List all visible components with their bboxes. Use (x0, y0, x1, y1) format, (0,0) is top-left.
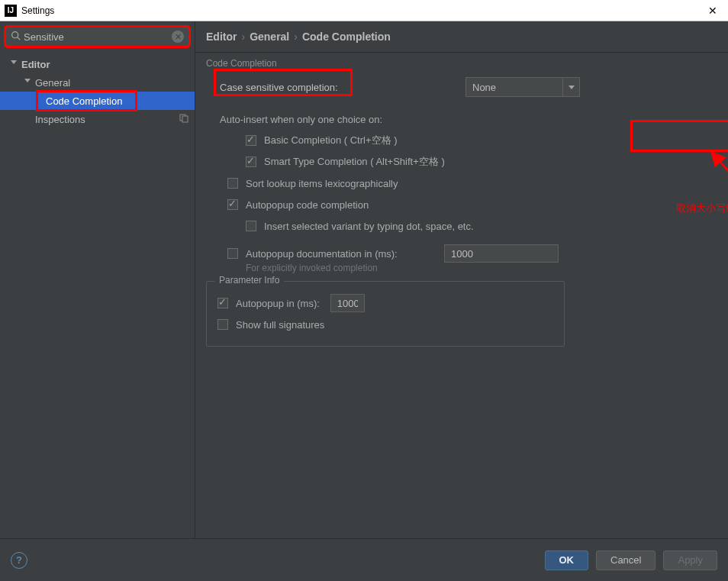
checkbox-insert-variant[interactable] (246, 221, 256, 231)
breadcrumb: Editor › General › Code Completion (195, 21, 728, 52)
sidebar: ✕ Editor General Code Completion Inspect… (0, 21, 195, 538)
cancel-button[interactable]: Cancel (596, 550, 656, 570)
checkbox-label: Basic Completion ( Ctrl+空格 ) (264, 134, 397, 147)
chevron-down-icon (562, 78, 579, 96)
doc-delay-input[interactable] (444, 244, 559, 263)
checkbox-label: Autopopup in (ms): (236, 298, 320, 309)
tree-label: Editor (21, 59, 188, 70)
svg-line-1 (18, 37, 20, 40)
group-title: Code Completion (206, 57, 717, 69)
settings-tree: Editor General Code Completion Inspectio… (0, 52, 195, 128)
search-icon (11, 31, 21, 43)
button-label: OK (559, 554, 575, 566)
close-icon[interactable]: ✕ (702, 5, 723, 17)
annotation-text: 取消大小写敏感,让代码提示更丰富齐全. (676, 202, 728, 215)
button-label: Apply (678, 554, 703, 566)
checkbox-basic-completion[interactable] (246, 135, 256, 146)
window-title: Settings (21, 5, 702, 16)
breadcrumb-item[interactable]: Editor (206, 31, 237, 43)
svg-line-5 (718, 160, 728, 202)
checkbox-smart-completion[interactable] (246, 157, 256, 167)
main-pane: Editor › General › Code Completion Code … (195, 21, 728, 538)
checkbox-label: Sort lookup items lexicographically (246, 178, 398, 189)
checkbox-label: Show full signatures (236, 319, 324, 331)
checkbox-full-signatures[interactable] (217, 319, 228, 330)
checkbox-label: Smart Type Completion ( Alt+Shift+空格 ) (264, 155, 445, 169)
hint-text: For explicitly invoked completion (206, 263, 717, 273)
ok-button[interactable]: OK (545, 550, 589, 570)
breadcrumb-item[interactable]: General (250, 31, 289, 43)
titlebar: IJ Settings ✕ (0, 0, 728, 21)
checkbox-autopopup-param[interactable] (217, 298, 228, 308)
svg-point-0 (12, 32, 18, 38)
dialog-footer: ? OK Cancel Apply (0, 538, 728, 581)
tree-item-editor[interactable]: Editor (0, 55, 195, 73)
case-sensitive-label: Case sensitive completion: (220, 82, 338, 93)
select-value: None (472, 82, 496, 93)
apply-button[interactable]: Apply (663, 550, 717, 570)
chevron-right-icon: › (241, 31, 245, 43)
svg-rect-3 (182, 116, 188, 122)
checkbox-label: Autopopup code completion (246, 199, 369, 211)
param-delay-input[interactable] (330, 294, 365, 312)
clear-icon[interactable]: ✕ (172, 31, 184, 43)
chevron-down-icon (11, 60, 18, 68)
app-icon: IJ (5, 5, 17, 17)
tree-item-general[interactable]: General (0, 73, 195, 92)
checkbox-label: Insert selected variant by typing dot, s… (264, 221, 474, 232)
search-input[interactable] (24, 31, 172, 43)
search-box[interactable]: ✕ (5, 27, 189, 47)
group-legend: Parameter Info (214, 275, 284, 286)
checkbox-autopopup-cc[interactable] (227, 199, 238, 210)
breadcrumb-item: Code Completion (302, 31, 391, 43)
checkbox-autopopup-doc[interactable] (227, 248, 238, 259)
case-sensitive-select[interactable]: None (465, 77, 580, 97)
tree-item-code-completion[interactable]: Code Completion (0, 92, 195, 110)
chevron-down-icon (24, 79, 32, 86)
settings-panel: Code Completion Case sensitive completio… (195, 52, 728, 538)
chevron-right-icon: › (294, 31, 298, 43)
tree-label: General (35, 77, 188, 89)
parameter-info-group: Parameter Info Autopopup in (ms): Show f… (206, 281, 565, 347)
help-button[interactable]: ? (11, 552, 27, 569)
tree-item-inspections[interactable]: Inspections (0, 110, 195, 128)
auto-insert-label: Auto-insert when only one choice on: (220, 114, 382, 125)
tree-label: Inspections (35, 114, 179, 125)
checkbox-sort-lookup[interactable] (227, 178, 238, 189)
copy-icon (179, 114, 188, 125)
button-label: Cancel (610, 554, 641, 566)
tree-label: Code Completion (46, 95, 188, 107)
checkbox-label: Autopopup documentation in (ms): (246, 248, 444, 260)
